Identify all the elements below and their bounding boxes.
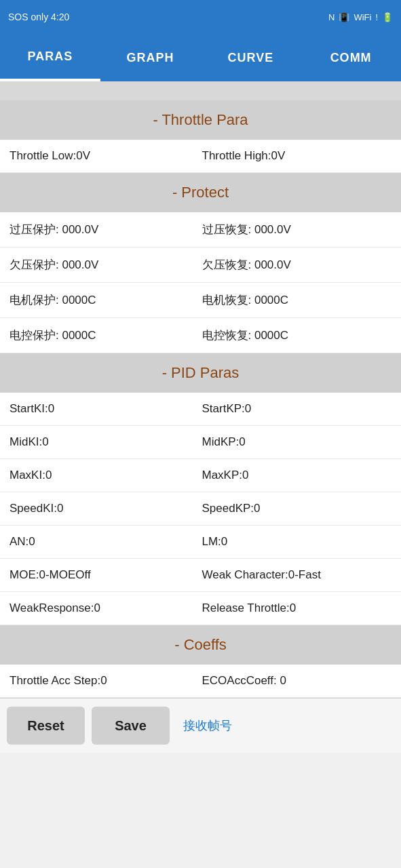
receive-label: 接收帧号 bbox=[183, 717, 232, 734]
controller-protect: 电控保护: 0000C bbox=[7, 328, 202, 343]
tab-bar: PARAS GRAPH CURVE COMM bbox=[0, 34, 401, 81]
controller-recover: 电控恢复: 0000C bbox=[202, 328, 395, 343]
nfc-icon: N bbox=[328, 12, 335, 22]
section-throttle-header: - Throttle Para bbox=[0, 100, 401, 140]
throttle-params: Throttle Low:0V Throttle High:0V bbox=[0, 140, 401, 173]
section-pid-title: - PID Paras bbox=[162, 364, 240, 381]
bottom-bar: Reset Save 接收帧号 bbox=[0, 698, 401, 753]
weak-character: Weak Character:0-Fast bbox=[202, 568, 395, 582]
throttle-acc-step: Throttle Acc Step:0 bbox=[7, 674, 202, 688]
table-row: Throttle Acc Step:0 ECOAccCoeff: 0 bbox=[0, 665, 401, 698]
pid-params: StartKI:0 StartKP:0 MidKI:0 MidKP:0 MaxK… bbox=[0, 393, 401, 625]
tab-graph[interactable]: GRAPH bbox=[100, 34, 201, 81]
table-row: AN:0 LM:0 bbox=[0, 526, 401, 559]
start-ki: StartKI:0 bbox=[7, 402, 202, 416]
lm-param: LM:0 bbox=[202, 535, 395, 549]
reset-button[interactable]: Reset bbox=[7, 707, 85, 745]
table-row: 欠压保护: 000.0V 欠压恢复: 000.0V bbox=[0, 248, 401, 283]
start-kp: StartKP:0 bbox=[202, 402, 395, 416]
mid-kp: MidKP:0 bbox=[202, 435, 395, 449]
table-row: StartKI:0 StartKP:0 bbox=[0, 393, 401, 426]
tab-comm-label: COMM bbox=[330, 51, 372, 65]
table-row: MOE:0-MOEOff Weak Character:0-Fast bbox=[0, 559, 401, 592]
status-icons: N 📳 WiFi ! 🔋 bbox=[328, 12, 393, 22]
speed-ki: SpeedKI:0 bbox=[7, 502, 202, 515]
max-kp: MaxKP:0 bbox=[202, 469, 395, 482]
section-coeffs-title: - Coeffs bbox=[174, 636, 227, 653]
section-throttle-title: - Throttle Para bbox=[153, 111, 248, 128]
undervolt-protect: 欠压保护: 000.0V bbox=[7, 257, 202, 273]
overvolt-protect: 过压保护: 000.0V bbox=[7, 222, 202, 237]
tab-curve[interactable]: CURVE bbox=[201, 34, 301, 81]
speed-kp: SpeedKP:0 bbox=[202, 502, 395, 515]
table-row: WeakResponse:0 Release Throttle:0 bbox=[0, 592, 401, 625]
status-text: SOS only 4:20 bbox=[8, 12, 69, 22]
moe-param: MOE:0-MOEOff bbox=[7, 568, 202, 582]
eco-acc-coeff: ECOAccCoeff: 0 bbox=[202, 674, 395, 688]
save-button[interactable]: Save bbox=[92, 707, 170, 745]
tab-comm[interactable]: COMM bbox=[301, 34, 401, 81]
table-row: 过压保护: 000.0V 过压恢复: 000.0V bbox=[0, 212, 401, 248]
table-row: SpeedKI:0 SpeedKP:0 bbox=[0, 492, 401, 526]
mid-ki: MidKI:0 bbox=[7, 435, 202, 449]
status-bar: SOS only 4:20 N 📳 WiFi ! 🔋 bbox=[0, 0, 401, 34]
battery-icon: 🔋 bbox=[382, 12, 393, 22]
section-pid-header: - PID Paras bbox=[0, 353, 401, 393]
tab-graph-label: GRAPH bbox=[127, 51, 174, 65]
tab-curve-label: CURVE bbox=[228, 51, 274, 65]
table-row: MidKI:0 MidKP:0 bbox=[0, 426, 401, 459]
table-row: 电控保护: 0000C 电控恢复: 0000C bbox=[0, 318, 401, 353]
tab-paras-label: PARAS bbox=[28, 50, 73, 64]
release-throttle: Release Throttle:0 bbox=[202, 601, 395, 615]
throttle-high: Throttle High:0V bbox=[202, 149, 395, 163]
undervolt-recover: 欠压恢复: 000.0V bbox=[202, 257, 395, 273]
an-param: AN:0 bbox=[7, 535, 202, 549]
throttle-low: Throttle Low:0V bbox=[7, 149, 202, 163]
table-row: Throttle Low:0V Throttle High:0V bbox=[0, 140, 401, 173]
table-row: 电机保护: 0000C 电机恢复: 0000C bbox=[0, 283, 401, 318]
section-protect-title: - Protect bbox=[172, 184, 229, 201]
protect-params: 过压保护: 000.0V 过压恢复: 000.0V 欠压保护: 000.0V 欠… bbox=[0, 212, 401, 353]
partial-section-top bbox=[0, 81, 401, 100]
coeffs-params: Throttle Acc Step:0 ECOAccCoeff: 0 bbox=[0, 665, 401, 698]
wifi-icon: WiFi bbox=[354, 12, 371, 22]
alert-icon: ! bbox=[375, 12, 378, 22]
table-row: MaxKI:0 MaxKP:0 bbox=[0, 459, 401, 492]
weak-response: WeakResponse:0 bbox=[7, 601, 202, 615]
motor-recover: 电机恢复: 0000C bbox=[202, 292, 395, 308]
section-coeffs-header: - Coeffs bbox=[0, 625, 401, 665]
max-ki: MaxKI:0 bbox=[7, 469, 202, 482]
section-protect-header: - Protect bbox=[0, 173, 401, 212]
vibrate-icon: 📳 bbox=[339, 12, 349, 22]
overvolt-recover: 过压恢复: 000.0V bbox=[202, 222, 395, 237]
motor-protect: 电机保护: 0000C bbox=[7, 292, 202, 308]
tab-paras[interactable]: PARAS bbox=[0, 34, 100, 81]
